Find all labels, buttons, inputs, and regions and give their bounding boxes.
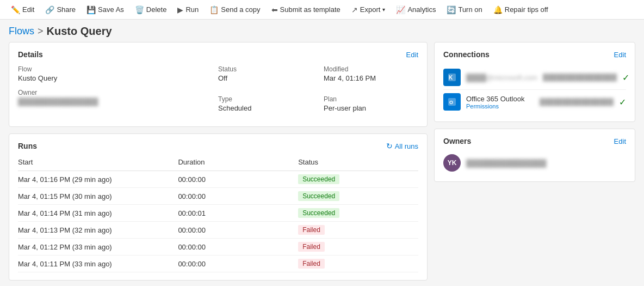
kusto-check-icon: ✓ [622, 72, 629, 83]
plan-label: Plan [324, 95, 418, 103]
breadcrumb-parent[interactable]: Flows [9, 26, 34, 37]
run-duration: 00:00:01 [178, 205, 298, 222]
run-status: Succeeded [298, 188, 418, 205]
owners-list: YK ████████████████ [443, 152, 626, 174]
kusto-conn-account: ████████████████ [543, 74, 617, 81]
kusto-conn-info: ████@microsoft.com [466, 74, 537, 82]
type-field: Type Scheduled [218, 95, 313, 112]
left-column: Details Edit Flow Kusto Query Owner ████… [9, 42, 428, 273]
toolbar-turn-on[interactable]: 🔄 Turn on [442, 3, 486, 16]
run-status: Failed [298, 239, 418, 255]
outlook-conn-info: Office 365 Outlook Permissions [466, 95, 534, 109]
connection-outlook: O Office 365 Outlook Permissions ███████… [443, 90, 626, 114]
owners-card-header: Owners Edit [443, 137, 626, 145]
toolbar: ✏️ Edit 🔗 Share 💾 Save As 🗑️ Delete ▶ Ru… [0, 0, 644, 20]
connections-title: Connections [443, 50, 490, 59]
export-chevron-icon: ▾ [382, 7, 385, 13]
delete-icon: 🗑️ [135, 5, 144, 14]
toolbar-export[interactable]: ↗ Export ▾ [347, 3, 390, 16]
toolbar-turn-on-label: Turn on [458, 5, 482, 14]
col-duration: Duration [178, 156, 298, 171]
toolbar-edit[interactable]: ✏️ Edit [7, 3, 39, 16]
table-row[interactable]: Mar 4, 01:13 PM (32 min ago)00:00:00Fail… [18, 222, 418, 239]
owner-item: YK ████████████████ [443, 152, 626, 174]
flow-value: Kusto Query [18, 74, 218, 82]
toolbar-analytics[interactable]: 📈 Analytics [392, 3, 440, 16]
right-column: Connections Edit K ████@microsoft.com ██… [434, 42, 635, 273]
toolbar-repair-tips-label: Repair tips off [505, 5, 548, 14]
toolbar-save-as-label: Save As [98, 5, 124, 14]
run-status: Succeeded [298, 171, 418, 188]
plan-value: Per-user plan [324, 104, 418, 112]
toolbar-repair-tips[interactable]: 🔔 Repair tips off [489, 3, 553, 16]
run-start: Mar 4, 01:14 PM (31 min ago) [18, 205, 178, 222]
toolbar-send-copy[interactable]: 📋 Send a copy [205, 3, 264, 16]
all-runs-label: All runs [395, 142, 418, 150]
toolbar-run[interactable]: ▶ Run [173, 3, 203, 16]
run-duration: 00:00:00 [178, 171, 298, 188]
kusto-conn-name: ████@microsoft.com [466, 74, 537, 82]
runs-header: Runs ↻ All runs [18, 142, 418, 150]
toolbar-submit-template[interactable]: ⬅ Submit as template [267, 3, 345, 16]
status-badge: Failed [298, 242, 325, 252]
toolbar-send-copy-label: Send a copy [221, 5, 260, 14]
outlook-permissions-link[interactable]: Permissions [466, 103, 534, 109]
status-field: Status Off [218, 65, 313, 82]
run-start: Mar 4, 01:13 PM (32 min ago) [18, 222, 178, 239]
details-card-header: Details Edit [18, 50, 418, 59]
toolbar-analytics-label: Analytics [407, 5, 436, 14]
breadcrumb: Flows > Kusto Query [0, 20, 644, 42]
connections-list: K ████@microsoft.com ████████████████ ✓ … [443, 65, 626, 114]
toolbar-run-label: Run [185, 5, 199, 14]
table-row[interactable]: Mar 4, 01:14 PM (31 min ago)00:00:01Succ… [18, 205, 418, 222]
owners-edit-button[interactable]: Edit [614, 137, 626, 145]
modified-value: Mar 4, 01:16 PM [324, 74, 418, 82]
status-badge: Succeeded [298, 174, 339, 184]
table-row[interactable]: Mar 4, 01:15 PM (30 min ago)00:00:00Succ… [18, 188, 418, 205]
runs-table: Start Duration Status Mar 4, 01:16 PM (2… [18, 156, 418, 272]
details-right: Status Off Modified Mar 4, 01:16 PM Type… [218, 65, 418, 119]
outlook-check-icon: ✓ [619, 97, 626, 107]
run-duration: 00:00:00 [178, 255, 298, 272]
table-row[interactable]: Mar 4, 01:16 PM (29 min ago)00:00:00Succ… [18, 171, 418, 188]
toolbar-delete-label: Delete [146, 5, 167, 14]
run-status: Failed [298, 255, 418, 272]
table-row[interactable]: Mar 4, 01:11 PM (33 min ago)00:00:00Fail… [18, 255, 418, 272]
edit-icon: ✏️ [11, 5, 20, 14]
run-duration: 00:00:00 [178, 222, 298, 239]
col-start: Start [18, 156, 178, 171]
breadcrumb-separator: > [38, 26, 44, 37]
toolbar-save-as[interactable]: 💾 Save As [82, 3, 128, 16]
connections-card-header: Connections Edit [443, 50, 626, 59]
run-status: Succeeded [298, 205, 418, 222]
table-row[interactable]: Mar 4, 01:12 PM (33 min ago)00:00:00Fail… [18, 239, 418, 255]
status-value: Off [218, 74, 313, 82]
toolbar-edit-label: Edit [22, 5, 34, 14]
details-edit-button[interactable]: Edit [406, 51, 418, 59]
owner-value: ████████████████ [18, 98, 218, 106]
status-badge: Failed [298, 259, 325, 269]
run-start: Mar 4, 01:15 PM (30 min ago) [18, 188, 178, 205]
svg-text:K: K [449, 75, 453, 81]
toolbar-export-label: Export [360, 5, 381, 14]
run-duration: 00:00:00 [178, 239, 298, 255]
toolbar-delete[interactable]: 🗑️ Delete [131, 3, 171, 16]
connections-edit-button[interactable]: Edit [614, 51, 626, 59]
toolbar-share[interactable]: 🔗 Share [41, 3, 80, 16]
runs-card: Runs ↻ All runs Start Duration Status Ma… [9, 133, 428, 281]
toolbar-submit-template-label: Submit as template [280, 5, 340, 14]
modified-field: Modified Mar 4, 01:16 PM [324, 65, 418, 82]
modified-label: Modified [324, 65, 418, 73]
status-badge: Succeeded [298, 208, 339, 218]
export-icon: ↗ [351, 5, 358, 14]
type-value: Scheduled [218, 104, 313, 112]
run-status: Failed [298, 222, 418, 239]
status-label: Status [218, 65, 313, 73]
status-badge: Succeeded [298, 191, 339, 201]
run-icon: ▶ [177, 5, 183, 14]
all-runs-button[interactable]: ↻ All runs [386, 142, 418, 150]
type-label: Type [218, 95, 313, 103]
submit-template-icon: ⬅ [271, 5, 278, 14]
send-copy-icon: 📋 [209, 5, 219, 14]
main-content: Details Edit Flow Kusto Query Owner ████… [0, 42, 644, 282]
